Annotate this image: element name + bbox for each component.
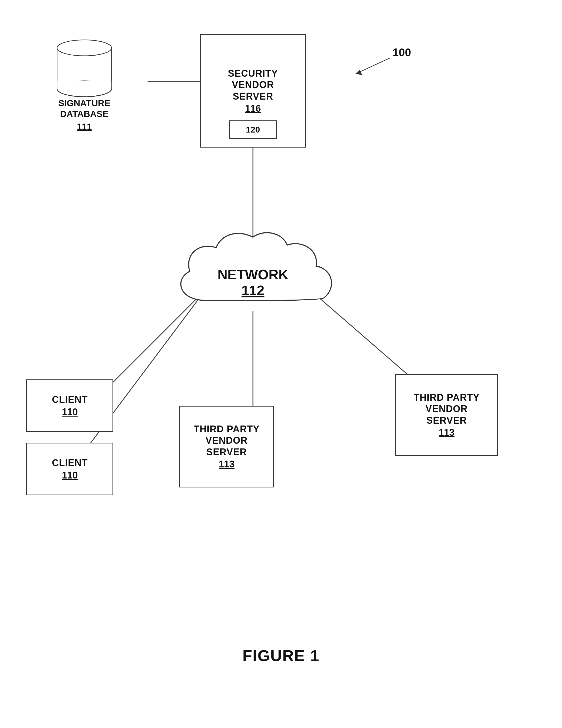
inner-box-120: 120 — [229, 120, 277, 139]
third-party-vendor-bottom-number: 113 — [219, 459, 234, 470]
client-1-box: CLIENT 110 — [26, 379, 113, 432]
network-cloud: NETWORK 112 — [153, 227, 353, 327]
signature-database-container: SIGNATUREDATABASE 111 — [34, 34, 134, 132]
third-party-vendor-right-label: THIRD PARTYVENDORSERVER — [414, 392, 480, 426]
client-1-label: CLIENT — [52, 394, 88, 405]
signature-database-number: 111 — [77, 121, 92, 132]
security-vendor-server-box: SECURITYVENDORSERVER 116 120 — [200, 34, 306, 148]
third-party-vendor-bottom-label: THIRD PARTYVENDORSERVER — [194, 423, 260, 458]
client-1-number: 110 — [62, 407, 78, 418]
third-party-vendor-bottom-box: THIRD PARTYVENDORSERVER 113 — [179, 406, 274, 487]
figure-label: FIGURE 1 — [242, 647, 320, 665]
svg-line-6 — [356, 58, 390, 74]
client-2-label: CLIENT — [52, 457, 88, 468]
third-party-vendor-right-number: 113 — [439, 427, 455, 438]
ref-number-100: 100 — [393, 46, 411, 59]
inner-box-number: 120 — [246, 125, 260, 135]
svg-point-9 — [57, 40, 112, 56]
svg-text:112: 112 — [242, 283, 265, 298]
cloud-icon: NETWORK 112 — [153, 227, 353, 327]
client-2-box: CLIENT 110 — [26, 443, 113, 495]
security-vendor-server-label: SECURITYVENDORSERVER — [228, 68, 278, 102]
svg-marker-7 — [356, 70, 362, 75]
database-cylinder-icon — [50, 34, 119, 98]
client-2-number: 110 — [62, 470, 78, 481]
security-vendor-server-number: 116 — [245, 103, 261, 114]
third-party-vendor-right-box: THIRD PARTYVENDORSERVER 113 — [395, 374, 498, 456]
svg-rect-11 — [57, 81, 111, 89]
signature-database-label: SIGNATUREDATABASE — [58, 98, 110, 119]
svg-text:NETWORK: NETWORK — [218, 267, 289, 282]
